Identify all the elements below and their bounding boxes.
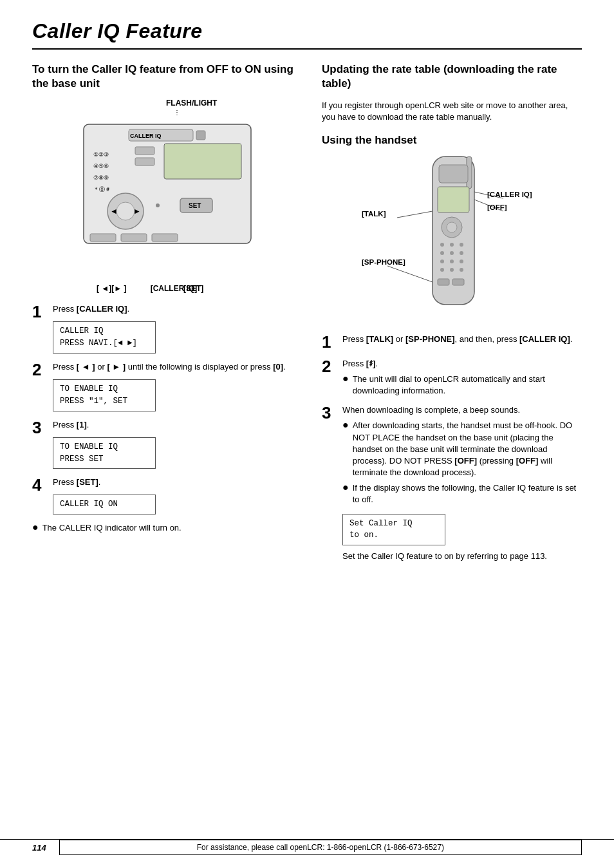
right-step-2-bullet: ● The unit will dial to openLCR automati… — [342, 373, 582, 397]
svg-point-27 — [440, 243, 444, 247]
left-bullet-note: ● The CALLER IQ indicator will turn on. — [32, 522, 302, 534]
right-step-3-content: When downloading is complete, a beep sou… — [342, 404, 582, 562]
svg-point-38 — [460, 268, 463, 272]
two-column-layout: To turn the Caller IQ feature from OFF t… — [32, 62, 582, 570]
right-step-3-num: 3 — [322, 404, 336, 421]
svg-point-17 — [156, 203, 160, 207]
step-2-num: 2 — [32, 361, 46, 378]
step-1: 1 Press [CALLER IQ]. CALLER IQPRESS NAVI… — [32, 303, 302, 354]
page-title: Caller IQ Feature — [32, 19, 582, 43]
step-2-lcd: TO ENABLE IQPRESS "1", SET — [53, 379, 156, 411]
right-section-heading: Updating the rate table (downloading the… — [322, 62, 582, 91]
svg-line-44 — [387, 266, 433, 282]
right-step-3-bullet-1-text: After downloading starts, the handset mu… — [353, 420, 582, 478]
right-step-3-lcd-container: Set Caller IQto on. — [342, 511, 582, 546]
handset-diagram: [TALK] [CALLER IQ] [OFF] [SP-PHONE] — [362, 153, 542, 321]
step-4-lcd: CALLER IQ ON — [53, 495, 156, 514]
set-label: [SET] — [183, 284, 203, 293]
nav-label: [ ◄][► ] — [97, 284, 126, 293]
base-unit-diagram: FLASH/LIGHT ⋮ CALLER IQ ①②③ ④⑤⑥ — [32, 100, 302, 293]
right-step-2: 2 Press [♯]. ● The unit will dial to ope… — [322, 358, 582, 397]
step-3-num: 3 — [32, 419, 46, 436]
sp-phone-label: [SP-PHONE] — [362, 258, 405, 266]
right-step-1-text: Press [TALK] or [SP-PHONE], and then, pr… — [342, 334, 582, 345]
flash-light-label: FLASH/LIGHT — [166, 99, 217, 108]
svg-rect-4 — [164, 144, 241, 179]
svg-text:⑦⑧⑨: ⑦⑧⑨ — [93, 175, 109, 181]
flash-dots: ⋮ — [174, 109, 180, 116]
step-3-content: Press [1]. TO ENABLE IQPRESS SET — [53, 419, 302, 469]
svg-text:＊⓪＃: ＊⓪＃ — [93, 186, 111, 193]
svg-text:④⑤⑥: ④⑤⑥ — [93, 163, 109, 169]
caller-iq-label: [CALLER IQ] — [487, 191, 532, 198]
footer-assistance-text: For assistance, please call openLCR: 1-8… — [59, 840, 582, 855]
svg-point-34 — [450, 259, 454, 263]
right-step-3: 3 When downloading is complete, a beep s… — [322, 404, 582, 562]
svg-point-37 — [450, 268, 454, 272]
off-label: [OFF] — [487, 203, 507, 211]
right-step-1-content: Press [TALK] or [SP-PHONE], and then, pr… — [342, 334, 582, 349]
svg-point-30 — [440, 251, 444, 255]
step-2: 2 Press [ ◄ ] or [ ► ] until the followi… — [32, 361, 302, 411]
right-step-2-bullet-text: The unit will dial to openLCR automatica… — [353, 373, 582, 397]
svg-point-35 — [460, 259, 463, 263]
step-3-lcd: TO ENABLE IQPRESS SET — [53, 437, 156, 469]
step-1-lcd: CALLER IQPRESS NAVI.[◄ ►] — [53, 321, 156, 354]
step-3-text: Press [1]. — [53, 419, 302, 431]
right-step-3-lcd: Set Caller IQto on. — [342, 514, 445, 546]
step-1-text: Press [CALLER IQ]. — [53, 303, 302, 315]
using-handset-heading: Using the handset — [322, 134, 582, 147]
svg-text:SET: SET — [189, 202, 201, 209]
right-step-2-text: Press [♯]. — [342, 358, 582, 370]
talk-label: [TALK] — [362, 210, 386, 218]
step-2-content: Press [ ◄ ] or [ ► ] until the following… — [53, 361, 302, 411]
step-1-content: Press [CALLER IQ]. CALLER IQPRESS NAVI.[… — [53, 303, 302, 354]
right-step-3-bullet-2: ● If the display shows the following, th… — [342, 482, 582, 505]
svg-point-28 — [450, 243, 454, 247]
svg-point-32 — [460, 251, 463, 255]
svg-rect-3 — [196, 131, 205, 140]
bullet-icon: ● — [32, 522, 39, 533]
step-4: 4 Press [SET]. CALLER IQ ON — [32, 476, 302, 514]
step-4-content: Press [SET]. CALLER IQ ON — [53, 476, 302, 514]
bullet-icon-3a: ● — [342, 420, 349, 430]
svg-point-29 — [460, 243, 463, 247]
right-step-2-num: 2 — [322, 358, 336, 375]
step-4-text: Press [SET]. — [53, 476, 302, 488]
bullet-icon-2: ● — [342, 373, 349, 384]
svg-point-26 — [447, 222, 457, 232]
step-1-num: 1 — [32, 303, 46, 320]
right-step-3-after-lcd: Set the Caller IQ feature to on by refer… — [342, 551, 582, 562]
svg-rect-39 — [438, 279, 449, 285]
svg-point-31 — [450, 251, 454, 255]
right-step-1: 1 Press [TALK] or [SP-PHONE], and then, … — [322, 334, 582, 350]
page-number: 114 — [32, 843, 46, 853]
left-section-heading: To turn the Caller IQ feature from OFF t… — [32, 62, 302, 91]
svg-rect-10 — [135, 158, 154, 165]
svg-rect-0 — [84, 124, 251, 243]
step-3: 3 Press [1]. TO ENABLE IQPRESS SET — [32, 419, 302, 469]
svg-rect-40 — [452, 279, 464, 285]
right-column: Updating the rate table (downloading the… — [322, 62, 582, 570]
left-column: To turn the Caller IQ feature from OFF t… — [32, 62, 302, 570]
footer: 114 For assistance, please call openLCR:… — [0, 839, 614, 855]
svg-rect-24 — [438, 187, 469, 212]
title-rule — [32, 48, 582, 50]
svg-text:◄: ◄ — [110, 207, 118, 216]
svg-rect-18 — [90, 234, 116, 241]
svg-rect-9 — [135, 147, 154, 155]
svg-rect-19 — [121, 234, 147, 241]
handset-svg — [362, 153, 542, 321]
step-4-num: 4 — [32, 476, 46, 493]
right-step-3-text: When downloading is complete, a beep sou… — [342, 404, 582, 416]
base-unit-svg: CALLER IQ ①②③ ④⑤⑥ ⑦⑧⑨ ＊⓪＃ — [71, 118, 264, 272]
page: Caller IQ Feature To turn the Caller IQ … — [0, 0, 614, 868]
svg-point-12 — [116, 202, 135, 220]
right-step-1-num: 1 — [322, 334, 336, 350]
svg-point-36 — [440, 268, 444, 272]
right-step-3-bullet-1: ● After downloading starts, the handset … — [342, 420, 582, 478]
svg-text:►: ► — [133, 207, 141, 216]
right-col-description: If you register through openLCR web site… — [322, 100, 582, 123]
bullet-icon-3b: ● — [342, 482, 349, 493]
step-2-text: Press [ ◄ ] or [ ► ] until the following… — [53, 361, 302, 373]
